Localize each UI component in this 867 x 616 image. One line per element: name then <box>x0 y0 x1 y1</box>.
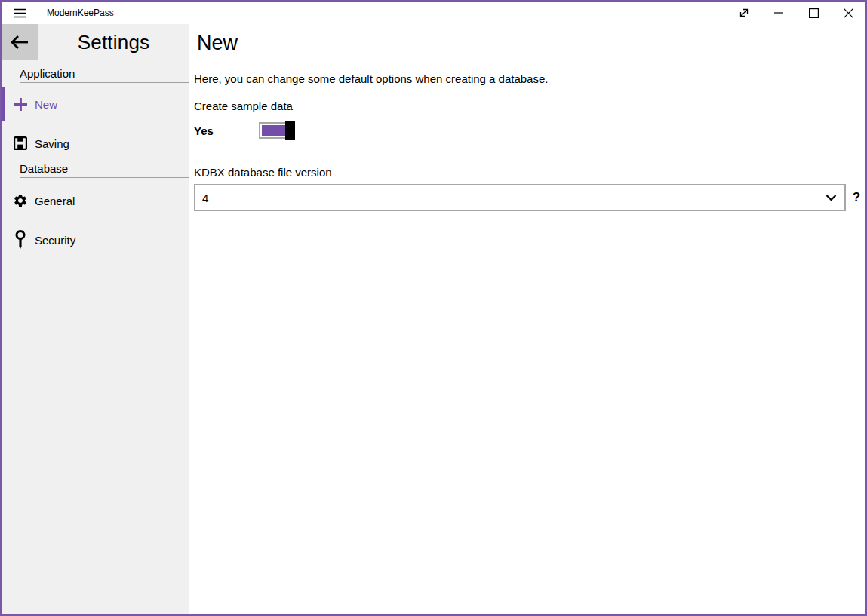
plus-icon <box>9 97 32 112</box>
sidebar-item-new[interactable]: New <box>2 87 189 121</box>
fullscreen-icon <box>739 8 749 18</box>
minimize-button[interactable] <box>761 2 796 24</box>
sidebar-item-saving[interactable]: Saving <box>2 127 189 160</box>
toggle-state-label: Yes <box>194 124 214 137</box>
create-sample-data-label: Create sample data <box>194 100 867 112</box>
sidebar-item-label: General <box>35 195 75 207</box>
sidebar-header: Settings <box>2 24 189 60</box>
create-sample-data-row: Yes <box>194 121 867 140</box>
kdbx-version-row: 4 ? <box>194 184 867 211</box>
maximize-button[interactable] <box>796 2 831 24</box>
maximize-icon <box>809 8 819 18</box>
gear-icon <box>9 193 32 208</box>
sidebar-item-label: New <box>35 98 57 111</box>
fullscreen-button[interactable] <box>727 2 761 24</box>
settings-page-new: New Here, you can change some default op… <box>189 24 867 614</box>
app-title: ModernKeePass <box>47 8 114 18</box>
back-arrow-icon <box>10 35 29 50</box>
page-description: Here, you can change some default option… <box>194 72 867 86</box>
minimize-icon <box>774 12 783 14</box>
titlebar: ModernKeePass <box>2 2 865 24</box>
create-sample-data-toggle[interactable] <box>259 122 295 139</box>
hamburger-icon <box>14 8 26 18</box>
sidebar-item-label: Security <box>35 234 75 247</box>
settings-heading: Settings <box>38 31 189 54</box>
key-icon <box>9 230 32 250</box>
kdbx-version-dropdown[interactable]: 4 <box>194 184 846 211</box>
chevron-down-icon <box>825 195 837 201</box>
help-button[interactable]: ? <box>846 190 867 205</box>
section-header-database: Database <box>20 162 189 178</box>
close-button[interactable] <box>831 2 865 24</box>
hamburger-menu-button[interactable] <box>2 2 38 24</box>
kdbx-version-label: KDBX database file version <box>194 166 867 179</box>
sidebar-item-general[interactable]: General <box>2 184 189 217</box>
back-button[interactable] <box>2 24 38 60</box>
page-title: New <box>197 32 867 54</box>
sidebar-item-label: Saving <box>35 137 69 150</box>
toggle-thumb[interactable] <box>285 121 295 140</box>
dropdown-selected-value: 4 <box>202 192 208 204</box>
close-icon <box>844 8 853 18</box>
section-header-application: Application <box>20 67 189 83</box>
settings-sidebar: Settings Application New Saving Database <box>2 24 189 614</box>
sidebar-item-security[interactable]: Security <box>2 223 189 256</box>
save-icon <box>9 136 32 150</box>
app-window: ModernKeePass <box>0 0 867 616</box>
window-controls <box>727 2 865 24</box>
